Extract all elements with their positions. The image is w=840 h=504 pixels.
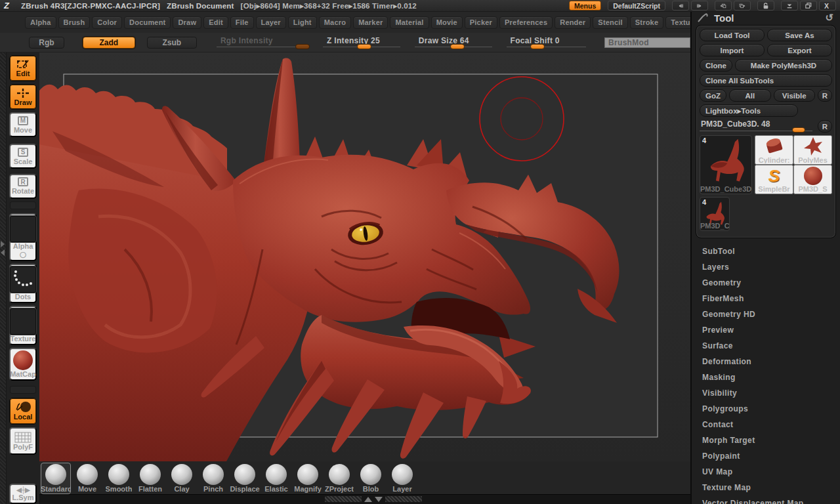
make-polymesh3d-button[interactable]: Make PolyMesh3D	[735, 59, 832, 72]
subpalette-header[interactable]: Polypaint	[692, 448, 840, 464]
brush-button[interactable]: Clay	[167, 463, 197, 494]
menu-item[interactable]: Marker	[353, 16, 388, 29]
next-document-icon[interactable]	[734, 1, 751, 10]
local-sym-button[interactable]: ◀┼▶ L.Sym	[9, 484, 37, 504]
draw-size-slider[interactable]: Draw Size 64	[415, 36, 492, 49]
z-intensity-slider[interactable]: Z Intensity 25	[323, 36, 400, 49]
recent-tool-simplebrush[interactable]: S SimpleBr	[755, 165, 793, 194]
brush-button[interactable]: ZProject	[324, 463, 354, 494]
lightbox-tools-button[interactable]: Lightbox▸Tools	[700, 104, 798, 117]
subpalette-header[interactable]: Contact	[692, 417, 840, 432]
export-button[interactable]: Export	[767, 44, 832, 56]
subpalette-header[interactable]: SubTool	[692, 243, 840, 259]
brush-button[interactable]: Smooth	[104, 463, 134, 494]
menu-item[interactable]: Material	[390, 16, 429, 29]
visible-button[interactable]: Visible	[774, 89, 816, 102]
tray-collapse-icon[interactable]	[1, 249, 5, 256]
minimize-icon[interactable]	[781, 1, 798, 10]
document-canvas[interactable]	[39, 52, 690, 461]
subpalette-header[interactable]: Morph Target	[692, 432, 840, 448]
rgb-button[interactable]: Rgb	[29, 37, 64, 49]
restore-icon[interactable]	[800, 1, 817, 10]
prev-document-icon[interactable]	[715, 1, 732, 10]
subpalette-header[interactable]: Preview	[692, 322, 840, 338]
subpalette-header[interactable]: Polygroups	[692, 401, 840, 417]
subpalette-header[interactable]: Deformation	[692, 354, 840, 369]
slider-handle[interactable]	[357, 44, 371, 49]
recent-tool-cylinder[interactable]: Cylinder:	[755, 135, 793, 165]
tray-resize-handle[interactable]	[325, 496, 422, 502]
tool-r-button[interactable]: R	[818, 120, 832, 133]
slider-handle[interactable]	[792, 127, 805, 133]
brush-button[interactable]: Pinch	[198, 463, 228, 494]
menus-button[interactable]: Menus	[569, 1, 601, 10]
move-button[interactable]: M Move	[9, 112, 37, 137]
menu-item[interactable]: Light	[288, 16, 317, 29]
brush-button[interactable]: Layer	[387, 463, 417, 494]
subpalette-header[interactable]: Geometry HD	[692, 306, 840, 322]
load-tool-button[interactable]: Load Tool	[700, 29, 765, 41]
subpalette-header[interactable]: Visibility	[692, 385, 840, 401]
save-as-button[interactable]: Save As	[767, 29, 832, 41]
edit-button[interactable]: Edit	[9, 55, 37, 81]
brush-button[interactable]: Blob	[356, 463, 386, 494]
subpalette-header[interactable]: Masking	[692, 369, 840, 385]
subpalette-header[interactable]: Vector Displacement Map	[692, 495, 840, 504]
subpalette-header[interactable]: Layers	[692, 259, 840, 275]
clone-all-subtools-button[interactable]: Clone All SubTools	[700, 74, 832, 87]
texture-selector[interactable]: Texture	[9, 306, 37, 345]
rgb-intensity-slider[interactable]: Rgb Intensity	[217, 36, 308, 49]
default-zscript-button[interactable]: DefaultZScript	[608, 1, 665, 10]
brushmod-slider[interactable]: BrushMod	[604, 37, 690, 48]
menu-item[interactable]: Preferences	[499, 16, 553, 29]
brush-button[interactable]: Displace	[230, 463, 260, 494]
subpalette-header[interactable]: Surface	[692, 338, 840, 354]
slider-handle[interactable]	[450, 44, 465, 49]
subtool-thumbnail[interactable]: 4 PM3D_C	[700, 197, 730, 231]
menu-item[interactable]: Draw	[173, 16, 201, 29]
tray-scroll-left-icon[interactable]	[672, 1, 689, 10]
slider-handle[interactable]	[295, 44, 310, 49]
all-button[interactable]: All	[729, 89, 771, 102]
slider-handle[interactable]	[530, 44, 545, 49]
tray-scroll-right-icon[interactable]	[691, 1, 708, 10]
zsub-button[interactable]: Zsub	[147, 37, 197, 49]
scale-button[interactable]: S Scale	[9, 144, 37, 169]
menu-item[interactable]: Alpha	[25, 16, 56, 29]
rotate-button[interactable]: R Rotate	[9, 174, 37, 199]
subpalette-header[interactable]: UV Map	[692, 464, 840, 480]
alpha-selector[interactable]: Alpha ◯	[9, 213, 37, 261]
tray-up-icon[interactable]	[364, 497, 372, 502]
close-icon[interactable]: X	[819, 1, 836, 10]
local-symmetry-button[interactable]: Local	[9, 398, 37, 425]
polyframe-button[interactable]: PolyF	[9, 427, 37, 455]
material-selector[interactable]: MatCap	[9, 348, 37, 381]
subpalette-header[interactable]: FiberMesh	[692, 291, 840, 306]
menu-item[interactable]: Document	[124, 16, 171, 29]
goz-r-button[interactable]: R	[818, 89, 832, 102]
menu-item[interactable]: Picker	[465, 16, 497, 29]
recent-tool-sphere[interactable]: PM3D_S	[793, 165, 832, 194]
menu-item[interactable]: Brush	[58, 16, 91, 29]
dragon-sculpt[interactable]	[39, 52, 690, 461]
refresh-icon[interactable]: ↺	[825, 12, 833, 24]
stroke-selector[interactable]: Dots	[9, 264, 37, 303]
menu-item[interactable]: File	[230, 16, 254, 29]
subpalette-header[interactable]: Texture Map	[692, 480, 840, 495]
active-tool-slider[interactable]: PM3D_Cube3D. 48	[700, 119, 812, 133]
brush-button[interactable]: Magnify	[293, 463, 323, 494]
brush-button[interactable]: Elastic	[261, 463, 291, 494]
recent-tool-polymesh-star[interactable]: PolyMes	[793, 135, 832, 165]
menu-item[interactable]: Movie	[431, 16, 463, 29]
clone-button[interactable]: Clone	[700, 59, 732, 72]
lock-icon[interactable]	[757, 1, 774, 10]
tray-expand-icon[interactable]	[1, 241, 5, 247]
menu-item[interactable]: Render	[555, 16, 591, 29]
focal-shift-slider[interactable]: Focal Shift 0	[507, 36, 586, 49]
goz-button[interactable]: GoZ	[700, 89, 726, 102]
menu-item[interactable]: Macro	[319, 16, 351, 29]
brush-button[interactable]: Move	[72, 463, 102, 494]
menu-item[interactable]: Color	[92, 16, 122, 29]
zadd-button[interactable]: Zadd	[83, 37, 135, 49]
active-tool-thumbnail[interactable]: 4 PM3D_Cube3D	[700, 135, 752, 194]
